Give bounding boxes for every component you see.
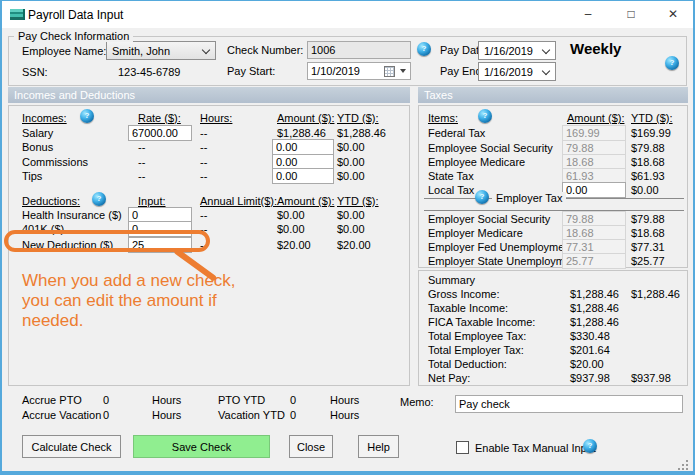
summary-label: Total Employee Tax: xyxy=(428,330,526,343)
app-icon xyxy=(10,9,25,20)
tax-ytd: $18.68 xyxy=(631,227,665,240)
pay-start-field[interactable] xyxy=(307,62,411,80)
summary-label: Net Pay: xyxy=(428,372,470,385)
chevron-down-icon xyxy=(542,46,550,54)
accrue-vacation-label: Accrue Vacation xyxy=(22,409,101,422)
summary-row: Total Employer Tax: $201.64 xyxy=(0,344,695,358)
vacation-ytd-value: 0 xyxy=(290,409,296,422)
col-ytd: YTD ($): xyxy=(631,112,673,125)
tax-ytd: $61.93 xyxy=(631,170,665,183)
enable-tax-manual-input-label: Enable Tax Manual Input xyxy=(475,442,596,455)
summary-value: $1,288.46 xyxy=(570,302,619,315)
summary-label: Total Deduction: xyxy=(428,358,507,371)
pay-start-label: Pay Start: xyxy=(227,65,275,78)
help-globe-icon[interactable]: ? xyxy=(417,42,431,56)
help-globe-icon[interactable]: ? xyxy=(92,192,106,206)
pay-end-select[interactable]: 1/16/2019 xyxy=(478,62,556,81)
tax-name: Employee Medicare xyxy=(428,156,525,169)
memo-label: Memo: xyxy=(400,396,434,409)
summary-value: $1,288.46 xyxy=(570,316,619,329)
resize-grip[interactable] xyxy=(678,460,680,462)
tax-name: State Tax xyxy=(428,170,474,183)
tax-name: Employer Medicare xyxy=(428,227,523,240)
summary-ytd: $937.98 xyxy=(631,372,671,385)
tax-ytd: $0.00 xyxy=(631,184,659,197)
summary-label: Total Employer Tax: xyxy=(428,344,524,357)
summary-value: $937.98 xyxy=(570,372,610,385)
tax-ytd: $79.88 xyxy=(631,213,665,226)
help-globe-icon[interactable]: ? xyxy=(475,190,489,204)
summary-label: FICA Taxable Income: xyxy=(428,316,535,329)
employee-name-value: Smith, John xyxy=(112,45,170,57)
tax-name: Local Tax xyxy=(428,184,474,197)
ssn-value: 123-45-6789 xyxy=(118,66,180,79)
help-globe-icon[interactable]: ? xyxy=(665,56,679,70)
calculate-check-button[interactable]: Calculate Check xyxy=(22,435,121,458)
check-number-field xyxy=(307,41,411,59)
datepicker-arrow-icon[interactable] xyxy=(400,69,406,73)
help-globe-icon[interactable]: ? xyxy=(583,439,597,453)
help-globe-icon[interactable]: ? xyxy=(478,109,492,123)
tax-name: Employee Social Security xyxy=(428,142,553,155)
tax-ytd: $169.99 xyxy=(631,127,671,140)
summary-title: Summary xyxy=(428,274,475,287)
employee-name-select[interactable]: Smith, John xyxy=(106,41,216,60)
employer-tax-divider xyxy=(424,210,684,211)
memo-input[interactable] xyxy=(455,395,683,413)
summary-row: FICA Taxable Income: $1,288.46 xyxy=(0,316,695,330)
pay-date-select[interactable]: 1/16/2019 xyxy=(478,41,556,60)
tax-header-row: Items: Amount ($): YTD ($): xyxy=(0,112,695,126)
close-dialog-button[interactable]: Close xyxy=(289,435,333,458)
title-bar[interactable]: Payroll Data Input – □ ✕ xyxy=(0,0,695,28)
ssn-label: SSN: xyxy=(22,66,48,79)
accrue-pto-value: 0 xyxy=(103,394,109,407)
calendar-icon[interactable] xyxy=(384,66,395,77)
accrue-pto-label: Accrue PTO xyxy=(22,394,82,407)
hours-unit-label: Hours xyxy=(152,409,181,422)
payroll-data-input-window: Payroll Data Input – □ ✕ Pay Check Infor… xyxy=(0,0,695,475)
tax-name: Employer State Unemployment xyxy=(428,255,580,268)
chevron-down-icon xyxy=(542,67,550,75)
save-check-button[interactable]: Save Check xyxy=(133,435,270,458)
help-globe-icon[interactable]: ? xyxy=(80,109,94,123)
employer-state-unemployment-input xyxy=(562,253,626,269)
tax-ytd: $79.88 xyxy=(631,142,665,155)
minimize-button[interactable]: – xyxy=(572,0,604,28)
summary-value: $20.00 xyxy=(570,358,604,371)
employer-tax-group-label: Employer Tax xyxy=(492,192,566,205)
tax-name: Employer Fed Unemployment xyxy=(428,241,574,254)
summary-label: Taxable Income: xyxy=(428,302,508,315)
summary-row: Total Deduction: $20.00 xyxy=(0,358,695,372)
summary-label: Gross Income: xyxy=(428,288,500,301)
tax-ytd: $77.31 xyxy=(631,241,665,254)
tax-ytd: $18.68 xyxy=(631,156,665,169)
enable-tax-manual-input-checkbox[interactable] xyxy=(456,441,469,454)
pay-frequency-label: Weekly xyxy=(570,42,621,55)
hours-unit-label: Hours xyxy=(152,394,181,407)
pto-ytd-label: PTO YTD xyxy=(218,394,265,407)
hours-unit-label: Hours xyxy=(330,394,359,407)
paycheck-info-legend: Pay Check Information xyxy=(14,30,133,42)
federal-tax-input xyxy=(562,125,626,141)
close-button[interactable]: ✕ xyxy=(657,0,689,28)
pay-date-value: 1/16/2019 xyxy=(484,45,533,57)
window-title: Payroll Data Input xyxy=(28,8,123,22)
help-button[interactable]: Help xyxy=(358,435,399,458)
incomes-deductions-header: Incomes and Deductions xyxy=(8,87,410,103)
hours-unit-label: Hours xyxy=(330,409,359,422)
maximize-button[interactable]: □ xyxy=(615,0,647,28)
tax-ytd: $25.77 xyxy=(631,255,665,268)
employee-name-label: Employee Name: xyxy=(22,45,106,58)
taxes-header: Taxes xyxy=(418,87,688,103)
summary-row: Taxable Income: $1,288.46 xyxy=(0,302,695,316)
summary-row: Gross Income: $1,288.46 $1,288.46 xyxy=(0,288,695,302)
summary-row: Total Employee Tax: $330.48 xyxy=(0,330,695,344)
tax-name: Federal Tax xyxy=(428,127,485,140)
summary-ytd: $1,288.46 xyxy=(631,288,680,301)
summary-value: $201.64 xyxy=(570,344,610,357)
chevron-down-icon xyxy=(202,46,210,54)
pto-ytd-value: 0 xyxy=(290,394,296,407)
vacation-ytd-label: Vacation YTD xyxy=(218,409,285,422)
local-tax-input[interactable] xyxy=(562,182,626,198)
accrue-vacation-value: 0 xyxy=(103,409,109,422)
